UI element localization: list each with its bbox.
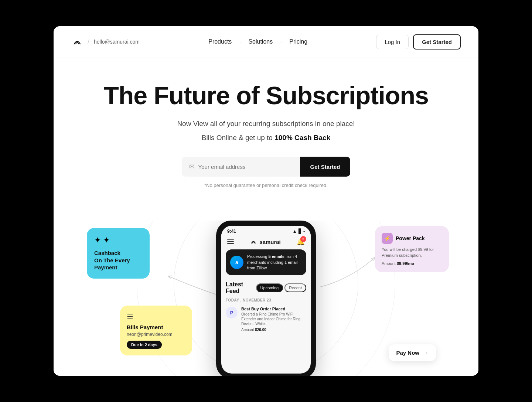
feed-item: P Best Buy Order Placed Ordered a Ring C…: [221, 304, 311, 335]
get-started-nav-button[interactable]: Get Started: [413, 34, 461, 50]
cashback-line1: Cashback: [94, 250, 120, 256]
get-started-hero-button[interactable]: Get Started: [300, 157, 351, 177]
hero-section: The Future of Subscriptions Now View all…: [54, 58, 478, 221]
bills-email: neon@primevideo.com: [127, 332, 185, 337]
nav-logo-section: / hello@samurai.com: [71, 36, 140, 48]
bills-card: ☰ Bills Payment neon@primevideo.com Due …: [120, 306, 192, 355]
pay-now-card[interactable]: Pay Now →: [389, 344, 436, 361]
power-pack-title: Power Pack: [396, 235, 425, 241]
pay-now-arrow: →: [423, 350, 429, 356]
power-amount-value: $9.99/mo: [397, 261, 414, 266]
feed-amount-value: $20.00: [255, 328, 266, 332]
nav-dot-1: ·: [239, 38, 241, 46]
phone-time: 9:41: [227, 229, 236, 234]
cashback-text: Cashback On The Every Payment: [94, 249, 142, 271]
nav-slash: /: [88, 38, 89, 46]
hero-subtitle2: Bills Online & get up to 100% Cash Back: [71, 132, 461, 143]
feed-amount-label: Amount: [241, 328, 254, 332]
lightning-icon: ⚡: [382, 233, 393, 244]
hero-title: The Future of Subscriptions: [71, 82, 461, 109]
phone-header: samurai 🔔 2: [221, 235, 311, 249]
nav-link-products[interactable]: Products: [204, 37, 236, 47]
login-button[interactable]: Log In: [376, 35, 409, 49]
hero-subtitle1: Now View all of your recurring subscript…: [71, 118, 461, 129]
paypal-icon: P: [226, 307, 238, 318]
power-pack-card: ⚡ Power Pack You will be charged $9.99 f…: [375, 226, 449, 272]
hero-subtitle2-plain: Bills Online & get up to: [202, 134, 275, 142]
phone-screen: 9:41 ▲ ▋ ▪: [221, 226, 311, 374]
processing-text-start: Processing: [247, 254, 268, 259]
email-input-wrapper: ✉: [182, 157, 300, 177]
nav-link-solutions[interactable]: Solutions: [244, 37, 277, 47]
hero-disclaimer: *No personal guarantee or personal credi…: [71, 183, 461, 188]
bills-title: Bills Payment: [127, 324, 185, 330]
bills-due-badge: Due in 2 days: [127, 341, 162, 349]
status-icons: ▲ ▋ ▪: [293, 229, 305, 234]
power-pack-amount: Amount $9.99/mo: [382, 261, 442, 266]
cashback-card: ✦ ✦ Cashback On The Every Payment: [87, 228, 150, 279]
notif-badge: 2: [300, 236, 306, 242]
wifi-icon: ▲: [293, 229, 297, 234]
phone-notification-bell[interactable]: 🔔 2: [297, 238, 305, 246]
power-pack-desc: You will be charged $9.99 for Premium su…: [382, 247, 442, 258]
bill-icon: ☰: [127, 312, 185, 321]
hero-subtitle2-bold: 100% Cash Back: [274, 134, 330, 142]
navbar: / hello@samurai.com Products · Solutions…: [54, 26, 478, 58]
feed-tabs: Upcoming Recent: [256, 283, 306, 292]
feed-date: TODAY , NOVEMBER 23: [221, 297, 311, 304]
cashback-line3: Payment: [94, 264, 117, 270]
processing-merchant: Zillow: [256, 266, 267, 270]
feed-tab-recent[interactable]: Recent: [284, 283, 306, 292]
battery-icon: ▪: [303, 229, 305, 234]
phone-brand-name: samurai: [259, 239, 281, 245]
email-form: ✉ Get Started: [71, 157, 461, 177]
feed-item-title: Best Buy Order Placed: [241, 307, 306, 311]
phone-brand: samurai: [250, 238, 281, 245]
phone-status-bar: 9:41 ▲ ▋ ▪: [221, 226, 311, 235]
processing-text: Processing 5 emails from 4 merchants inc…: [247, 254, 302, 271]
latest-feed-header: Latest Feed Upcoming Recent: [221, 279, 311, 297]
phone-mockup: 9:41 ▲ ▋ ▪: [216, 221, 316, 376]
hamburger-icon[interactable]: [227, 239, 234, 244]
sparkle-icon: ✦ ✦: [94, 235, 142, 245]
email-icon: ✉: [189, 163, 195, 171]
pay-now-label: Pay Now: [396, 350, 419, 356]
signal-icon: ▋: [299, 229, 302, 234]
power-pack-header: ⚡ Power Pack: [382, 233, 442, 244]
feed-item-content: Best Buy Order Placed Ordered a Ring Chi…: [241, 307, 306, 332]
processing-card: a Processing 5 emails from 4 merchants i…: [226, 249, 306, 275]
feed-title: Latest Feed: [226, 281, 256, 294]
processing-bold: 5 emails: [268, 254, 284, 259]
feed-item-desc: Ordered a Ring Chime Pro WiFi Extender a…: [241, 312, 306, 326]
phone-brand-logo: [250, 238, 257, 245]
cashback-line2: On The Every: [94, 257, 130, 263]
nav-links: Products · Solutions · Pricing: [204, 37, 312, 47]
feed-item-amount: Amount $20.00: [241, 328, 306, 332]
feed-tab-upcoming[interactable]: Upcoming: [256, 283, 283, 292]
nav-actions: Log In Get Started: [376, 34, 461, 50]
power-amount-label: Amount: [382, 261, 396, 266]
samurai-logo-icon: [71, 36, 83, 48]
nav-link-pricing[interactable]: Pricing: [285, 37, 312, 47]
phone-section: 9:41 ▲ ▋ ▪: [54, 221, 478, 376]
nav-email: hello@samurai.com: [94, 39, 140, 45]
amazon-icon: a: [230, 256, 243, 269]
email-input[interactable]: [198, 164, 293, 170]
nav-dot-2: ·: [280, 38, 282, 46]
